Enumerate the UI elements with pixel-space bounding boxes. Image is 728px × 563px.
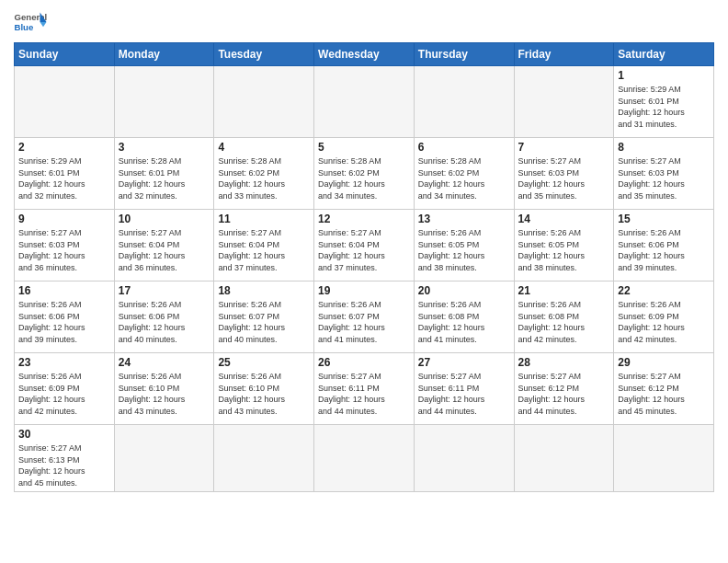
- day-number: 15: [618, 213, 710, 225]
- svg-marker-3: [40, 22, 47, 27]
- calendar-cell-4-2: 17Sunrise: 5:26 AM Sunset: 6:06 PM Dayli…: [114, 282, 214, 353]
- day-number: 22: [618, 284, 710, 297]
- calendar-table: SundayMondayTuesdayWednesdayThursdayFrid…: [14, 42, 714, 492]
- calendar-cell-4-5: 20Sunrise: 5:26 AM Sunset: 6:08 PM Dayli…: [414, 282, 514, 353]
- day-info: Sunrise: 5:27 AM Sunset: 6:12 PM Dayligh…: [618, 371, 710, 417]
- calendar-cell-3-1: 9Sunrise: 5:27 AM Sunset: 6:03 PM Daylig…: [15, 210, 115, 282]
- calendar-cell-5-2: 24Sunrise: 5:26 AM Sunset: 6:10 PM Dayli…: [114, 353, 214, 425]
- calendar-cell-6-2: [114, 425, 214, 492]
- day-info: Sunrise: 5:29 AM Sunset: 6:01 PM Dayligh…: [618, 84, 710, 130]
- day-info: Sunrise: 5:28 AM Sunset: 6:02 PM Dayligh…: [318, 155, 410, 201]
- day-info: Sunrise: 5:26 AM Sunset: 6:06 PM Dayligh…: [618, 227, 710, 273]
- calendar-cell-3-7: 15Sunrise: 5:26 AM Sunset: 6:06 PM Dayli…: [614, 210, 714, 282]
- day-number: 21: [518, 284, 610, 297]
- weekday-header-thursday: Thursday: [414, 43, 514, 66]
- calendar-cell-3-6: 14Sunrise: 5:26 AM Sunset: 6:05 PM Dayli…: [514, 210, 614, 282]
- day-info: Sunrise: 5:27 AM Sunset: 6:03 PM Dayligh…: [18, 227, 110, 273]
- calendar-cell-4-7: 22Sunrise: 5:26 AM Sunset: 6:09 PM Dayli…: [614, 282, 714, 353]
- day-number: 25: [218, 356, 310, 369]
- day-info: Sunrise: 5:28 AM Sunset: 6:02 PM Dayligh…: [418, 155, 510, 201]
- calendar-week-row-3: 9Sunrise: 5:27 AM Sunset: 6:03 PM Daylig…: [15, 210, 714, 282]
- day-number: 16: [18, 284, 110, 297]
- day-info: Sunrise: 5:27 AM Sunset: 6:13 PM Dayligh…: [18, 442, 110, 488]
- day-info: Sunrise: 5:26 AM Sunset: 6:07 PM Dayligh…: [318, 299, 410, 345]
- day-info: Sunrise: 5:27 AM Sunset: 6:04 PM Dayligh…: [119, 227, 210, 273]
- calendar-week-row-6: 30Sunrise: 5:27 AM Sunset: 6:13 PM Dayli…: [15, 425, 714, 492]
- day-info: Sunrise: 5:26 AM Sunset: 6:10 PM Dayligh…: [119, 371, 210, 417]
- calendar-cell-5-7: 29Sunrise: 5:27 AM Sunset: 6:12 PM Dayli…: [614, 353, 714, 425]
- day-info: Sunrise: 5:29 AM Sunset: 6:01 PM Dayligh…: [18, 155, 110, 201]
- calendar-cell-4-4: 19Sunrise: 5:26 AM Sunset: 6:07 PM Dayli…: [314, 282, 415, 353]
- day-number: 2: [18, 141, 110, 154]
- calendar-cell-5-1: 23Sunrise: 5:26 AM Sunset: 6:09 PM Dayli…: [15, 353, 115, 425]
- day-number: 12: [318, 213, 410, 225]
- calendar-cell-6-4: [314, 425, 415, 492]
- calendar-cell-3-3: 11Sunrise: 5:27 AM Sunset: 6:04 PM Dayli…: [214, 210, 314, 282]
- day-info: Sunrise: 5:27 AM Sunset: 6:03 PM Dayligh…: [518, 155, 610, 201]
- calendar-cell-2-7: 8Sunrise: 5:27 AM Sunset: 6:03 PM Daylig…: [614, 138, 714, 210]
- calendar-cell-6-5: [414, 425, 514, 492]
- calendar-cell-6-1: 30Sunrise: 5:27 AM Sunset: 6:13 PM Dayli…: [15, 425, 115, 492]
- day-number: 20: [418, 284, 510, 297]
- calendar-cell-1-2: [114, 66, 214, 138]
- logo: General Blue: [14, 9, 47, 35]
- calendar-cell-1-5: [414, 66, 514, 138]
- calendar-cell-4-1: 16Sunrise: 5:26 AM Sunset: 6:06 PM Dayli…: [15, 282, 115, 353]
- day-info: Sunrise: 5:26 AM Sunset: 6:08 PM Dayligh…: [518, 299, 610, 345]
- day-info: Sunrise: 5:26 AM Sunset: 6:05 PM Dayligh…: [518, 227, 610, 273]
- calendar-week-row-5: 23Sunrise: 5:26 AM Sunset: 6:09 PM Dayli…: [15, 353, 714, 425]
- weekday-header-friday: Friday: [514, 43, 614, 66]
- day-number: 7: [518, 141, 610, 154]
- calendar-cell-1-7: 1Sunrise: 5:29 AM Sunset: 6:01 PM Daylig…: [614, 66, 714, 138]
- day-info: Sunrise: 5:26 AM Sunset: 6:08 PM Dayligh…: [418, 299, 510, 345]
- calendar-cell-5-6: 28Sunrise: 5:27 AM Sunset: 6:12 PM Dayli…: [514, 353, 614, 425]
- calendar-cell-2-3: 4Sunrise: 5:28 AM Sunset: 6:02 PM Daylig…: [214, 138, 314, 210]
- weekday-header-wednesday: Wednesday: [314, 43, 415, 66]
- day-number: 17: [119, 284, 210, 297]
- day-number: 6: [418, 141, 510, 154]
- calendar-week-row-1: 1Sunrise: 5:29 AM Sunset: 6:01 PM Daylig…: [15, 66, 714, 138]
- day-number: 11: [218, 213, 310, 225]
- calendar-cell-2-4: 5Sunrise: 5:28 AM Sunset: 6:02 PM Daylig…: [314, 138, 415, 210]
- calendar-cell-1-4: [314, 66, 415, 138]
- day-number: 19: [318, 284, 410, 297]
- day-info: Sunrise: 5:26 AM Sunset: 6:07 PM Dayligh…: [218, 299, 310, 345]
- calendar-week-row-4: 16Sunrise: 5:26 AM Sunset: 6:06 PM Dayli…: [15, 282, 714, 353]
- day-info: Sunrise: 5:26 AM Sunset: 6:09 PM Dayligh…: [18, 371, 110, 417]
- calendar-cell-2-5: 6Sunrise: 5:28 AM Sunset: 6:02 PM Daylig…: [414, 138, 514, 210]
- weekday-header-tuesday: Tuesday: [214, 43, 314, 66]
- calendar-cell-6-6: [514, 425, 614, 492]
- day-info: Sunrise: 5:27 AM Sunset: 6:04 PM Dayligh…: [218, 227, 310, 273]
- calendar-week-row-2: 2Sunrise: 5:29 AM Sunset: 6:01 PM Daylig…: [15, 138, 714, 210]
- calendar-body: 1Sunrise: 5:29 AM Sunset: 6:01 PM Daylig…: [15, 66, 714, 492]
- day-number: 23: [18, 356, 110, 369]
- day-number: 10: [119, 213, 210, 225]
- weekday-header-row: SundayMondayTuesdayWednesdayThursdayFrid…: [15, 43, 714, 66]
- calendar-cell-6-3: [214, 425, 314, 492]
- day-info: Sunrise: 5:26 AM Sunset: 6:05 PM Dayligh…: [418, 227, 510, 273]
- day-info: Sunrise: 5:26 AM Sunset: 6:10 PM Dayligh…: [218, 371, 310, 417]
- calendar-cell-5-4: 26Sunrise: 5:27 AM Sunset: 6:11 PM Dayli…: [314, 353, 415, 425]
- calendar-cell-2-6: 7Sunrise: 5:27 AM Sunset: 6:03 PM Daylig…: [514, 138, 614, 210]
- day-number: 26: [318, 356, 410, 369]
- generalblue-logo-icon: General Blue: [14, 9, 47, 35]
- calendar-cell-3-5: 13Sunrise: 5:26 AM Sunset: 6:05 PM Dayli…: [414, 210, 514, 282]
- day-number: 13: [418, 213, 510, 225]
- calendar-cell-1-6: [514, 66, 614, 138]
- weekday-header-monday: Monday: [114, 43, 214, 66]
- day-number: 18: [218, 284, 310, 297]
- day-number: 8: [618, 141, 710, 154]
- day-info: Sunrise: 5:27 AM Sunset: 6:04 PM Dayligh…: [318, 227, 410, 273]
- day-info: Sunrise: 5:26 AM Sunset: 6:06 PM Dayligh…: [119, 299, 210, 345]
- calendar-cell-6-7: [614, 425, 714, 492]
- day-number: 5: [318, 141, 410, 154]
- day-info: Sunrise: 5:27 AM Sunset: 6:12 PM Dayligh…: [518, 371, 610, 417]
- day-info: Sunrise: 5:27 AM Sunset: 6:11 PM Dayligh…: [418, 371, 510, 417]
- day-number: 24: [119, 356, 210, 369]
- calendar-cell-3-2: 10Sunrise: 5:27 AM Sunset: 6:04 PM Dayli…: [114, 210, 214, 282]
- day-number: 4: [218, 141, 310, 154]
- calendar-cell-1-1: [15, 66, 115, 138]
- day-number: 30: [18, 428, 110, 441]
- calendar-cell-1-3: [214, 66, 314, 138]
- calendar-cell-4-6: 21Sunrise: 5:26 AM Sunset: 6:08 PM Dayli…: [514, 282, 614, 353]
